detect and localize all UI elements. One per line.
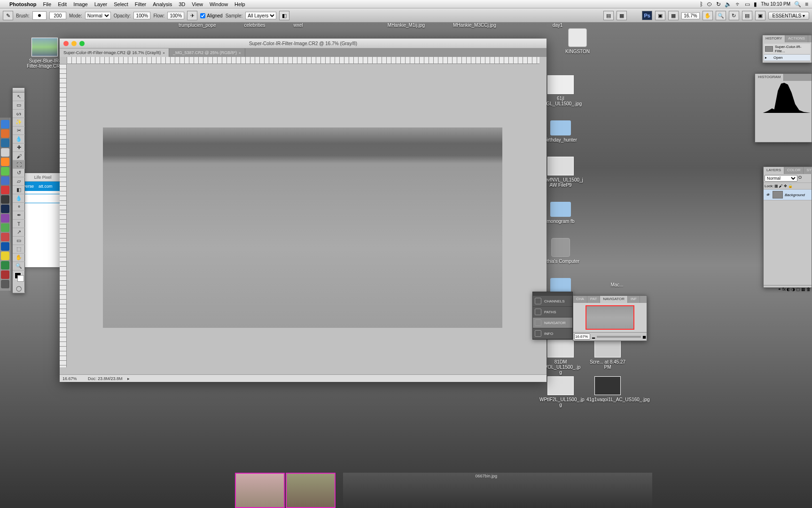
menu-help[interactable]: Help — [234, 1, 245, 7]
aligned-checkbox[interactable]: Aligned — [200, 13, 222, 18]
tab-actions[interactable]: ACTIONS — [785, 35, 808, 42]
status-doc-size[interactable]: Doc: 23.8M/23.8M — [88, 376, 123, 381]
close-button[interactable] — [63, 41, 69, 46]
link-layers-icon[interactable]: ⚭ — [778, 287, 781, 292]
blend-mode-select[interactable]: Normal — [85, 12, 111, 19]
brush-preview[interactable] — [32, 11, 47, 20]
dock-app-icon[interactable] — [1, 214, 9, 222]
status-arrow-icon[interactable]: ▸ — [127, 376, 130, 381]
desktop-drive[interactable]: Mac... — [596, 282, 638, 287]
gradient-tool-icon[interactable]: ◧ — [13, 186, 25, 194]
airbrush-icon[interactable]: ✈ — [187, 11, 197, 20]
zoom-out-icon[interactable]: ▂ — [592, 334, 595, 339]
desktop-file[interactable]: MHankie_M1ij.jpg — [388, 23, 425, 35]
path-tool-icon[interactable]: ↗ — [13, 228, 25, 237]
blur-tool-icon[interactable]: 💧 — [13, 194, 25, 203]
menu-edit[interactable]: Edit — [58, 1, 67, 7]
visibility-icon[interactable]: 👁 — [765, 193, 771, 197]
lock-move-icon[interactable]: ✥ — [784, 184, 787, 188]
group-icon[interactable]: ▢ — [796, 287, 800, 292]
desktop-file[interactable]: wxel — [294, 23, 303, 35]
dock-app-icon[interactable] — [1, 233, 9, 241]
new-layer-icon[interactable]: ▦ — [801, 287, 805, 292]
thumbnail[interactable] — [235, 473, 285, 508]
dock-app-icon[interactable] — [1, 261, 9, 270]
volume-icon[interactable]: 🔈 — [725, 1, 732, 8]
type-tool-icon[interactable]: T — [13, 220, 25, 228]
tool-preset-icon[interactable]: ✎ — [3, 11, 13, 20]
crop-tool-icon[interactable]: ✂ — [13, 127, 25, 135]
zoom-tool-icon[interactable]: 🔍 — [13, 262, 25, 270]
browser-tab-title[interactable]: Life Pixel — [34, 175, 52, 180]
rotate-view-icon[interactable]: ↻ — [729, 11, 739, 20]
app-name[interactable]: Photoshop — [9, 1, 36, 7]
dock-photoshop-icon[interactable] — [1, 205, 9, 213]
menu-filter[interactable]: Filter — [135, 1, 146, 7]
menu-layer[interactable]: Layer — [94, 1, 108, 7]
navigator-proxy[interactable] — [586, 305, 634, 330]
ignore-adj-icon[interactable]: ◧ — [279, 11, 289, 20]
timemachine-icon[interactable]: ⏲ — [707, 1, 712, 8]
tab-color[interactable]: COLOR — [784, 167, 804, 174]
menu-select[interactable]: Select — [114, 1, 128, 7]
ruler-vertical[interactable] — [60, 64, 67, 367]
fg-bg-colors[interactable] — [13, 270, 24, 285]
window-titlebar[interactable]: Super-Color-IR-Filter-Image.CR2 @ 16.7% … — [60, 39, 547, 48]
tab-history[interactable]: HISTORY — [763, 35, 785, 42]
menu-view[interactable]: View — [192, 1, 203, 7]
extras-icon[interactable]: ▦ — [668, 11, 679, 20]
adjustment-icon[interactable]: ◑ — [791, 287, 795, 292]
clock[interactable]: Thu 10:10 PM — [761, 1, 790, 7]
thumbnail[interactable] — [286, 473, 336, 508]
lock-trans-icon[interactable]: ▦ — [774, 184, 778, 188]
desktop-drive-kingston[interactable]: KINGSTON — [556, 28, 599, 54]
dock-app-icon[interactable] — [1, 129, 9, 138]
dock-finder-icon[interactable] — [1, 120, 9, 128]
dock-mail-icon[interactable] — [1, 148, 9, 157]
ps-icon[interactable]: Ps — [642, 11, 652, 20]
navigator-zoom-slider[interactable] — [597, 336, 641, 338]
workspace-switcher[interactable]: ESSENTIALS ▾ — [768, 12, 809, 20]
paths-collapsed[interactable]: PATHS — [533, 307, 572, 318]
zoom-in-icon[interactable]: ▅ — [643, 334, 646, 339]
document-tab-active[interactable]: Super-Color-IR-Filter-Image.CR2 @ 16.7% … — [60, 48, 169, 57]
flow-field[interactable] — [167, 12, 184, 19]
close-tab-icon[interactable]: × — [239, 51, 241, 55]
opacity-field[interactable] — [133, 12, 150, 19]
navigator-collapsed[interactable]: NAVIGATOR — [533, 318, 572, 328]
history-brush-tool-icon[interactable]: ↺ — [13, 169, 25, 177]
dock-safari-icon[interactable] — [1, 139, 9, 147]
close-tab-icon[interactable]: × — [163, 51, 165, 55]
dock-app-icon[interactable] — [1, 186, 9, 194]
3d-tool-icon[interactable]: ⬚ — [13, 245, 25, 254]
blend-mode-select[interactable]: Normal — [765, 175, 797, 182]
lock-paint-icon[interactable]: 🖌 — [779, 184, 783, 188]
desktop-file[interactable]: trumplucien_pope — [179, 23, 216, 35]
marquee-tool-icon[interactable]: ▭ — [13, 101, 25, 110]
hand-tool-icon[interactable]: ✋ — [703, 11, 713, 20]
fx-icon[interactable]: fx — [782, 287, 786, 292]
layer-thumbnail[interactable] — [773, 191, 783, 198]
dock-app-icon[interactable] — [1, 242, 9, 251]
desktop-file[interactable]: Scre... at 8.45.27 PM — [586, 339, 629, 370]
dock-app-icon[interactable] — [1, 195, 9, 204]
panel-grip[interactable] — [533, 292, 572, 296]
arrange-docs-icon[interactable]: ▤ — [742, 11, 752, 20]
dodge-tool-icon[interactable]: ⚬ — [13, 203, 25, 211]
mask-icon[interactable]: ◐ — [787, 287, 790, 292]
navigator-zoom-field[interactable] — [574, 333, 590, 340]
dock-app-icon[interactable] — [1, 167, 9, 175]
info-collapsed[interactable]: INFO — [533, 328, 572, 339]
shape-tool-icon[interactable]: ▭ — [13, 237, 25, 245]
trash-icon[interactable]: 🗑 — [806, 287, 811, 292]
zoom-tool-icon[interactable]: 🔍 — [716, 11, 726, 20]
tab-histogram[interactable]: HISTOGRAM — [755, 74, 784, 81]
brush-tool-icon[interactable]: 🖌 — [13, 152, 25, 160]
pen-tool-icon[interactable]: ✒ — [13, 211, 25, 220]
hand-tool-icon[interactable]: ✋ — [13, 254, 25, 262]
dock-app-icon[interactable] — [1, 270, 9, 279]
dock-app-icon[interactable] — [1, 176, 9, 185]
spotlight-icon[interactable]: 🔍 — [794, 1, 801, 8]
wand-tool-icon[interactable]: ✨ — [13, 118, 25, 127]
layer-background[interactable]: 👁 Background — [764, 190, 812, 200]
